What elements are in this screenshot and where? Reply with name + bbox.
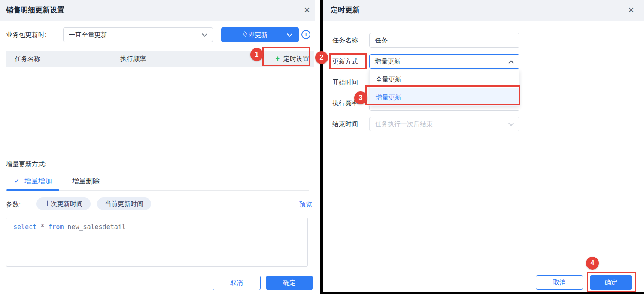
sales-detail-update-dialog: 销售明细更新设置 ✕ 业务包更新时: 一直全量更新 立即更新 i 任务名称 执行… <box>0 0 320 294</box>
task-name-value: 任务 <box>375 36 388 44</box>
package-update-label: 业务包更新时: <box>6 27 46 42</box>
info-icon[interactable]: i <box>301 30 310 39</box>
update-now-button[interactable]: 立即更新 <box>221 27 299 42</box>
chevron-down-icon <box>202 31 207 37</box>
update-mode-select[interactable]: 增量更新 <box>369 54 519 69</box>
dialog-header: 销售明细更新设置 ✕ <box>0 0 315 21</box>
screenshot-divider <box>320 0 323 294</box>
confirm-button[interactable]: 确定 <box>590 275 632 290</box>
cancel-button[interactable]: 取消 <box>536 275 583 290</box>
update-mode-label: 更新方式 <box>332 54 358 69</box>
close-icon[interactable]: ✕ <box>626 5 636 15</box>
screenshot-stage: 销售明细更新设置 ✕ 业务包更新时: 一直全量更新 立即更新 i 任务名称 执行… <box>0 0 644 294</box>
add-schedule-label: 定时设置 <box>283 55 309 62</box>
param-tag-current-update-time[interactable]: 当前更新时间 <box>97 197 151 210</box>
dialog-title: 定时更新 <box>331 0 360 21</box>
dropdown-option-incremental-update[interactable]: 增量更新 <box>370 88 519 106</box>
sql-editor[interactable]: select*fromnew_salesdetail <box>6 218 308 267</box>
cancel-button[interactable]: 取消 <box>213 276 261 290</box>
sql-star: * <box>40 223 44 231</box>
params-label: 参数: <box>6 198 21 211</box>
column-frequency: 执行频率 <box>120 51 146 67</box>
task-name-input[interactable]: 任务 <box>369 33 519 48</box>
preview-link[interactable]: 预览 <box>299 198 312 211</box>
incremental-mode-label: 增量更新方式: <box>6 160 46 168</box>
sql-table-name: new_salesdetail <box>67 223 125 231</box>
update-mode-value: 增量更新 <box>375 58 401 65</box>
chevron-down-icon <box>287 31 292 37</box>
end-time-select[interactable]: 任务执行一次后结束 <box>369 117 519 131</box>
screenshot-border-bottom <box>320 292 644 294</box>
task-name-label: 任务名称 <box>332 33 358 48</box>
chevron-down-icon <box>508 121 514 126</box>
end-time-placeholder: 任务执行一次后结束 <box>375 120 433 127</box>
plus-icon: + <box>275 54 280 63</box>
column-task-name: 任务名称 <box>15 51 40 67</box>
close-icon[interactable]: ✕ <box>302 5 312 15</box>
tab-incremental-delete[interactable]: 增量删除 <box>72 177 100 186</box>
dialog-header: 定时更新 ✕ <box>323 0 644 21</box>
start-time-label: 开始时间 <box>332 75 358 90</box>
scheduled-update-dialog: 定时更新 ✕ 任务名称 任务 更新方式 增量更新 开始时间 执行频率 全量更新 … <box>323 0 644 294</box>
package-update-select[interactable]: 一直全量更新 <box>63 27 213 42</box>
active-tab-underline <box>6 189 59 191</box>
dropdown-option-full-update[interactable]: 全量更新 <box>370 70 519 88</box>
confirm-button[interactable]: 确定 <box>266 276 313 290</box>
end-time-label: 结束时间 <box>332 117 358 131</box>
sql-keyword-select: select <box>13 223 36 231</box>
frequency-label: 执行频率 <box>332 96 358 111</box>
update-now-label: 立即更新 <box>242 28 268 42</box>
update-mode-dropdown: 全量更新 增量更新 <box>369 70 519 106</box>
task-table-body-empty <box>6 67 314 155</box>
tab-incremental-add[interactable]: 增量增加 <box>24 177 52 186</box>
chevron-up-icon <box>508 60 514 66</box>
task-table-header: 任务名称 执行频率 +定时设置 <box>6 51 314 67</box>
dialog-title: 销售明细更新设置 <box>6 0 64 21</box>
sql-keyword-from: from <box>48 223 64 231</box>
check-icon: ✓ <box>14 177 20 185</box>
package-update-select-value: 一直全量更新 <box>69 31 107 38</box>
add-schedule-button[interactable]: +定时设置 <box>275 51 309 67</box>
param-tag-last-update-time[interactable]: 上次更新时间 <box>36 197 91 210</box>
